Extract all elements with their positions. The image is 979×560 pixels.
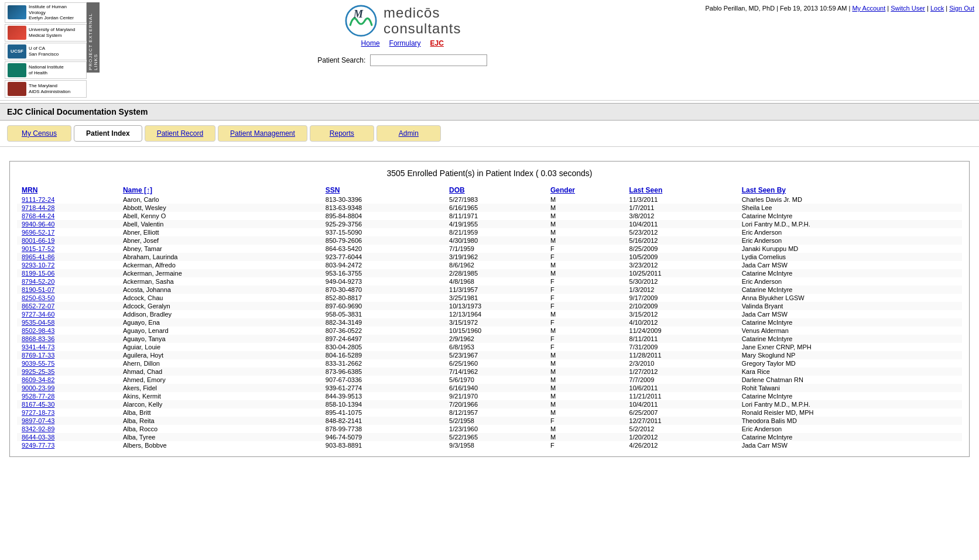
tab-admin[interactable]: Admin (376, 125, 441, 142)
mrn-link[interactable]: 8190-51-07 (22, 286, 54, 293)
cell-dob: 10/13/1973 (444, 302, 546, 310)
cell-last-seen: 11/28/2011 (625, 351, 737, 359)
cell-last-seen-by: Janaki Kuruppu MD (737, 245, 962, 253)
my-account-link[interactable]: My Account (852, 5, 885, 12)
cell-mrn: 8769-17-33 (17, 351, 118, 359)
mrn-link[interactable]: 9718-44-28 (22, 204, 54, 211)
mrn-link[interactable]: 9249-77-73 (22, 442, 54, 449)
patient-table: MRN Name [↑] SSN DOB Gender Last Seen La… (17, 185, 962, 449)
cell-name: Ackerman, Alfredo (118, 261, 321, 269)
cell-ssn: 850-79-2606 (321, 236, 444, 245)
nav-ejc[interactable]: EJC (430, 39, 444, 47)
switch-user-link[interactable]: Switch User (891, 5, 925, 12)
mrn-link[interactable]: 9000-23-99 (22, 384, 54, 391)
mrn-link[interactable]: 9696-52-17 (22, 229, 54, 236)
mrn-link[interactable]: 8768-44-24 (22, 212, 54, 219)
cell-mrn: 8502-98-43 (17, 327, 118, 335)
mrn-link[interactable]: 9897-07-43 (22, 417, 54, 424)
tab-reports[interactable]: Reports (310, 125, 374, 142)
cell-name: Adcock, Geralyn (118, 302, 321, 310)
mrn-link[interactable]: 8965-41-86 (22, 253, 54, 260)
cell-ssn: 813-63-9348 (321, 204, 444, 212)
mrn-link[interactable]: 8769-17-33 (22, 352, 54, 359)
nav-home[interactable]: Home (361, 39, 380, 47)
mrn-link[interactable]: 9293-10-72 (22, 262, 54, 269)
cell-dob: 8/6/1962 (444, 261, 546, 269)
brand-icon: M (344, 5, 379, 37)
mrn-link[interactable]: 8794-52-20 (22, 278, 54, 285)
external-links-bar: PROJECT EXTERNAL LINKS (87, 2, 100, 73)
name-sort-link[interactable]: Name [↑] (123, 186, 152, 194)
table-row: 9535-04-58 Aguayo, Ena 882-34-3149 3/15/… (17, 318, 962, 327)
patient-search-label: Patient Search: (317, 56, 365, 64)
mrn-link[interactable]: 9727-18-73 (22, 409, 54, 416)
cell-name: Abner, Elliott (118, 228, 321, 236)
patient-table-container: 3505 Enrolled Patient(s) in Patient Inde… (9, 161, 970, 457)
mrn-link[interactable]: 9528-77-28 (22, 393, 54, 400)
cell-last-seen-by: Catarine McIntyre (737, 212, 962, 220)
mrn-link[interactable]: 8652-72-07 (22, 303, 54, 310)
cell-last-seen-by: Anna Blyukher LGSW (737, 294, 962, 302)
mrn-link[interactable]: 8342-92-89 (22, 425, 54, 432)
cell-name: Adcock, Chau (118, 294, 321, 302)
tab-patient-index[interactable]: Patient Index (74, 125, 142, 142)
mrn-link[interactable]: 8609-34-82 (22, 376, 54, 383)
cell-last-seen: 10/25/2011 (625, 269, 737, 277)
mrn-link[interactable]: 8250-63-50 (22, 294, 54, 301)
mrn-link[interactable]: 8167-45-30 (22, 401, 54, 408)
lock-link[interactable]: Lock (930, 5, 944, 12)
mrn-link[interactable]: 9940-96-40 (22, 221, 54, 228)
ssn-sort-link[interactable]: SSN (326, 186, 340, 194)
mrn-link[interactable]: 9727-34-60 (22, 311, 54, 318)
cell-gender: M (546, 408, 625, 417)
table-row: 9111-72-24 Aaron, Carlo 813-30-3396 5/27… (17, 195, 962, 204)
cell-dob: 3/19/1962 (444, 253, 546, 261)
cell-last-seen-by: Mary Skoglund NP (737, 351, 962, 359)
mrn-link[interactable]: 9015-17-52 (22, 245, 54, 252)
cell-gender: F (546, 417, 625, 425)
cell-dob: 8/21/1959 (444, 228, 546, 236)
tab-patient-record[interactable]: Patient Record (145, 125, 215, 142)
cell-last-seen-by: Catarine McIntyre (737, 392, 962, 400)
cell-mrn: 8768-44-24 (17, 212, 118, 220)
mrn-link[interactable]: 8502-98-43 (22, 327, 54, 334)
dob-sort-link[interactable]: DOB (449, 186, 465, 194)
logo-nih: National Instituteof Health (5, 61, 87, 79)
nav-formulary[interactable]: Formulary (389, 39, 421, 47)
tab-patient-management[interactable]: Patient Management (218, 125, 307, 142)
mrn-link[interactable]: 9341-44-73 (22, 343, 54, 351)
cell-ssn: 937-15-5090 (321, 228, 444, 236)
mrn-link[interactable]: 9039-55-75 (22, 360, 54, 367)
table-row: 8001-66-19 Abner, Josef 850-79-2606 4/30… (17, 236, 962, 245)
cell-ssn: 878-99-7738 (321, 425, 444, 433)
mrn-link[interactable]: 8001-66-19 (22, 237, 54, 244)
cell-mrn: 8965-41-86 (17, 253, 118, 261)
mrn-sort-link[interactable]: MRN (22, 186, 37, 194)
mrn-link[interactable]: 8868-83-36 (22, 335, 54, 342)
gender-sort-link[interactable]: Gender (550, 186, 575, 194)
last-seen-by-sort-link[interactable]: Last Seen By (742, 186, 786, 194)
patient-table-body: 9111-72-24 Aaron, Carlo 813-30-3396 5/27… (17, 195, 962, 449)
mrn-link[interactable]: 9925-25-35 (22, 368, 54, 375)
mrn-link[interactable]: 9535-04-58 (22, 319, 54, 326)
table-row: 8502-98-43 Aguayo, Lenard 807-36-0522 10… (17, 327, 962, 335)
col-header-mrn: MRN (17, 185, 118, 195)
cell-gender: M (546, 425, 625, 433)
patient-search-input[interactable] (370, 54, 487, 66)
mrn-link[interactable]: 9111-72-24 (22, 196, 54, 203)
last-seen-sort-link[interactable]: Last Seen (629, 186, 663, 194)
cell-gender: M (546, 359, 625, 367)
sign-out-link[interactable]: Sign Out (949, 5, 974, 12)
logo-maa: The MarylandAIDS Administration (5, 80, 87, 98)
cell-dob: 9/3/1958 (444, 441, 546, 449)
cell-name: Abbott, Wesley (118, 204, 321, 212)
cell-last-seen: 2/3/2010 (625, 359, 737, 367)
cell-last-seen-by: Eric Anderson (737, 236, 962, 245)
main-content: 3505 Enrolled Patient(s) in Patient Inde… (0, 147, 979, 466)
cell-last-seen: 7/7/2009 (625, 376, 737, 384)
mrn-link[interactable]: 8199-15-06 (22, 270, 54, 277)
mrn-link[interactable]: 8644-03-38 (22, 434, 54, 441)
tab-my-census[interactable]: My Census (7, 125, 71, 142)
cell-name: Aguiar, Louie (118, 343, 321, 351)
cell-last-seen-by: Jane Exner CRNP, MPH (737, 343, 962, 351)
